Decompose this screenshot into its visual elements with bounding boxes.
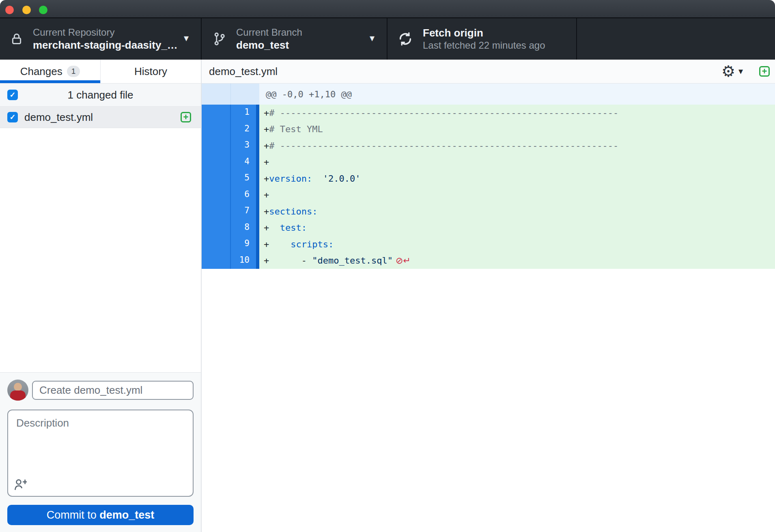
diff-line[interactable]: 1+# ------------------------------------… (202, 105, 775, 121)
tab-bar: Changes 1 History (0, 60, 201, 84)
diff-line[interactable]: 4+ (202, 154, 775, 171)
diff-line[interactable]: 5+version: '2.0.0' (202, 170, 775, 187)
diff-gutter-strip (256, 236, 259, 253)
diff-gutter-old[interactable] (202, 154, 231, 171)
diff-gutter-old[interactable] (202, 105, 231, 121)
diff-line-number[interactable]: 8 (231, 220, 256, 236)
diff-line[interactable]: 9+ scripts: (202, 236, 775, 253)
tab-history[interactable]: History (100, 60, 201, 83)
app-window: Current Repository merchant-staging-daas… (0, 0, 775, 532)
diff-line[interactable]: 6+ (202, 187, 775, 204)
toolbar-spacer (577, 18, 775, 60)
diff-code-text: + scripts: (259, 236, 775, 253)
diff-line-number[interactable]: 10 (231, 253, 256, 269)
commit-button[interactable]: Commit to demo_test (7, 505, 194, 525)
diff-line-number[interactable]: 9 (231, 236, 256, 253)
minimize-button[interactable] (22, 6, 31, 14)
diff-gutter-strip (256, 154, 259, 171)
diff-gutter-strip (256, 187, 259, 204)
diff-line[interactable]: 2+# Test YML (202, 121, 775, 138)
commit-summary-input[interactable] (32, 381, 194, 400)
diff-file-title: demo_test.yml (209, 65, 278, 78)
diff-line-number[interactable]: 5 (231, 170, 256, 187)
fetch-origin-button[interactable]: Fetch origin Last fetched 22 minutes ago (388, 18, 577, 60)
diff-code-text: +# Test YML (259, 121, 775, 138)
diff-gutter-strip (256, 253, 259, 269)
diff-code-text: +# -------------------------------------… (259, 137, 775, 154)
diff-gutter-old[interactable] (202, 121, 231, 138)
diff-gutter-old[interactable] (202, 220, 231, 236)
diff-code-text: + - "demo_test.sql" ⊘↵ (259, 253, 775, 269)
diff-line-number[interactable]: 1 (231, 105, 256, 121)
diff-code-text: +sections: (259, 203, 775, 220)
user-avatar (7, 380, 28, 401)
lock-icon (10, 32, 23, 46)
changes-count-badge: 1 (67, 66, 80, 77)
diff-added-status-icon: + (759, 66, 770, 77)
diff-gutter-old[interactable] (202, 253, 231, 269)
commit-description-input[interactable] (8, 410, 193, 496)
zoom-button[interactable] (39, 6, 47, 14)
diff-line[interactable]: 7+sections: (202, 203, 775, 220)
tab-changes[interactable]: Changes 1 (0, 60, 100, 83)
diff-gutter-old[interactable] (202, 236, 231, 253)
chevron-down-icon: ▾ (738, 66, 743, 77)
file-row[interactable]: ✓ demo_test.yml + (0, 107, 201, 128)
diff-code-text: +# -------------------------------------… (259, 105, 775, 121)
toolbar: Current Repository merchant-staging-daas… (0, 18, 775, 60)
diff-line[interactable]: 10+ - "demo_test.sql" ⊘↵ (202, 253, 775, 269)
fetch-title: Fetch origin (423, 26, 545, 39)
diff-gutter-strip (256, 203, 259, 220)
commit-button-prefix: Commit to (47, 509, 100, 521)
file-name: demo_test.yml (24, 111, 93, 124)
select-all-checkbox[interactable]: ✓ (7, 90, 18, 100)
git-branch-icon (213, 31, 226, 47)
diff-gutter-old[interactable] (202, 170, 231, 187)
diff-gutter-strip (256, 170, 259, 187)
diff-code-text: + (259, 154, 775, 171)
branch-name: demo_test (236, 39, 302, 51)
diff-gutter-strip (256, 121, 259, 138)
diff-gutter-old[interactable] (202, 187, 231, 204)
diff-line[interactable]: 8+ test: (202, 220, 775, 236)
diff-gutter-old[interactable] (202, 203, 231, 220)
close-button[interactable] (5, 6, 14, 14)
gear-icon: ⚙ (721, 64, 735, 79)
commit-form: Commit to demo_test (0, 372, 201, 532)
titlebar (0, 0, 775, 18)
diff-view: @@ -0,0 +1,10 @@ 1+# -------------------… (202, 84, 775, 532)
repository-label: Current Repository (33, 26, 178, 39)
chevron-down-icon: ▾ (370, 32, 375, 44)
diff-gutter-strip (256, 105, 259, 121)
diff-line[interactable]: 3+# ------------------------------------… (202, 137, 775, 154)
current-branch-button[interactable]: Current Branch demo_test ▾ (202, 18, 388, 60)
current-repository-button[interactable]: Current Repository merchant-staging-daas… (0, 18, 202, 60)
sync-icon (398, 31, 413, 47)
diff-file-header: demo_test.yml ⚙ ▾ + (202, 60, 775, 84)
diff-line-number[interactable]: 2 (231, 121, 256, 138)
diff-line-number[interactable]: 3 (231, 137, 256, 154)
chevron-down-icon: ▾ (184, 32, 189, 44)
hunk-gutter (202, 84, 259, 105)
changed-files-summary-row: ✓ 1 changed file (0, 84, 201, 107)
diff-line-number[interactable]: 7 (231, 203, 256, 220)
repository-name: merchant-staging-daasity_… (33, 39, 178, 51)
diff-code-text: + test: (259, 220, 775, 236)
diff-gutter-strip (256, 220, 259, 236)
hunk-header-row: @@ -0,0 +1,10 @@ (202, 84, 775, 105)
content: Changes 1 History ✓ 1 changed file ✓ dem… (0, 60, 775, 532)
file-list-empty-area (0, 128, 201, 372)
tab-history-label: History (134, 65, 167, 78)
diff-options-button[interactable]: ⚙ ▾ (721, 64, 743, 79)
add-coauthor-icon[interactable] (14, 478, 27, 491)
changed-files-summary: 1 changed file (68, 89, 133, 101)
commit-description-box (7, 410, 194, 497)
diff-line-number[interactable]: 4 (231, 154, 256, 171)
sidebar: Changes 1 History ✓ 1 changed file ✓ dem… (0, 60, 202, 532)
file-checkbox[interactable]: ✓ (7, 112, 18, 122)
diff-line-number[interactable]: 6 (231, 187, 256, 204)
diff-lines: 1+# ------------------------------------… (202, 105, 775, 269)
diff-code-text: + (259, 187, 775, 204)
diff-gutter-old[interactable] (202, 137, 231, 154)
diff-panel: demo_test.yml ⚙ ▾ + @@ -0,0 +1,10 @@ 1+#… (202, 60, 775, 532)
